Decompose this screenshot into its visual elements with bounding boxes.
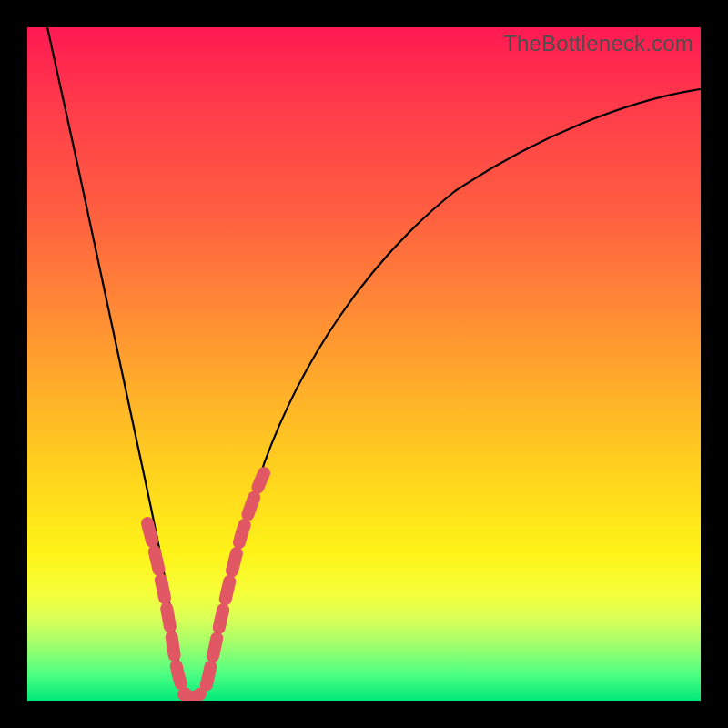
chart-frame: TheBottleneck.com [0, 0, 728, 728]
curve-overlay [27, 27, 701, 701]
plot-area: TheBottleneck.com [27, 27, 701, 701]
bottleneck-curve [47, 27, 701, 698]
markers-right [207, 473, 264, 684]
markers-left [147, 523, 186, 694]
